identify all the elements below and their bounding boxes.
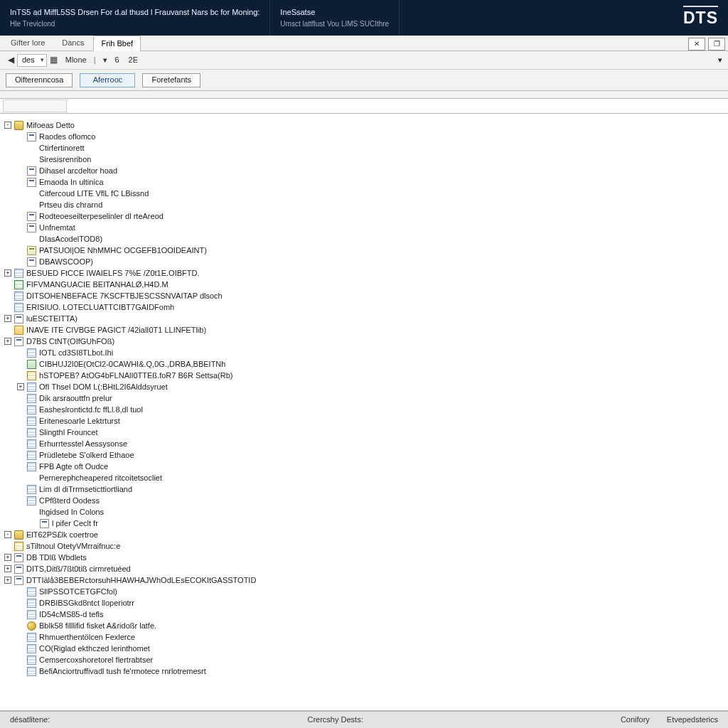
tree-node[interactable]: Siresisrenribon [4, 154, 725, 165]
title-left-top: InTS5 ad MiffL5SS Drsen For d.al thusd l… [10, 7, 259, 18]
status-mid: Crercshy Dests: [304, 714, 365, 725]
tree-node-label: FPB Agte oft Oudce [39, 461, 108, 472]
report-icon [14, 314, 23, 323]
tree-node[interactable]: IOTL cd3SI8TLbot.Ihi [4, 347, 725, 358]
tree-node[interactable]: DRBIBSGkd8ntct lloperiotrr [4, 597, 725, 609]
mdi-restore-button[interactable]: ❐ [708, 38, 725, 50]
tree-node[interactable]: FIFVMANGUACIE BEITANHALØ,H4D.M [4, 279, 725, 290]
tree-node[interactable]: +BESUED FtCCE IWAIELFS 7%E /Z0t1E.OIBFTD… [4, 267, 725, 279]
tree-node[interactable]: Slingthl Frouncet [4, 427, 725, 438]
collapse-icon[interactable]: - [4, 531, 11, 538]
tree-node-label: DB TDlß Wbdlets [26, 552, 87, 563]
expand-icon[interactable]: + [4, 315, 11, 322]
button-1[interactable]: Oifterenncosa [6, 73, 73, 87]
tree-node[interactable]: Ihgidsed In Colons [4, 506, 725, 518]
menu-tab-1[interactable]: Dancs [54, 35, 92, 50]
table-gold-icon [27, 371, 36, 380]
tree-node-label: Dihasel arcdeltor hoad [39, 166, 117, 176]
table-icon [27, 428, 36, 437]
tree-node[interactable]: l pifer Ceclt fr [4, 518, 725, 529]
tree-node[interactable]: Eritenesoarle Lektrturst [4, 415, 725, 427]
tree-node[interactable]: Easheslrontictd.fc ffLl.8,dl tuol [4, 404, 725, 415]
report-icon [27, 212, 36, 221]
tree-node[interactable]: -ElT62PS£lk coertroe [4, 529, 725, 540]
menu-tab-0[interactable]: Gifter lore [3, 35, 53, 50]
tree-node[interactable]: Dik arsraouttfn prelur [4, 392, 725, 404]
button-2[interactable]: Aferrooc [80, 73, 135, 87]
tree-node[interactable]: Bblk58 filllifid fisket A&ridoßr latfe. [4, 620, 725, 631]
tree-node[interactable]: DBAWSCOOP) [4, 256, 725, 267]
tree-node[interactable]: PATSUOl|OE NhMMHC OCGEFB1OOIDEAINT) [4, 245, 725, 256]
table-icon [14, 291, 23, 301]
expand-icon[interactable]: + [4, 269, 11, 277]
tree-node[interactable]: sTiltnoul OtetyVMrraifnuc:e [4, 540, 725, 552]
tree-node[interactable]: Erhurrtesstel Aessysonse [4, 438, 725, 449]
tree-node[interactable]: Raodes oflomco [4, 131, 725, 142]
report-icon [27, 178, 36, 187]
table-icon [27, 655, 36, 665]
tree-node[interactable]: CIBHUJ2I0E(OtCl2-0CAWHI&.Q,0G.,DRBA,BBEI… [4, 358, 725, 370]
expand-icon[interactable]: + [4, 554, 11, 561]
tree-node[interactable]: -Mifoeas Detto [4, 119, 725, 131]
table-icon [27, 485, 36, 494]
table-green-icon [14, 280, 23, 289]
tree-node[interactable]: hSTOPEB? AtOG4bFLNAlI0TTEß.foR7 B6R Sett… [4, 370, 725, 381]
tree-node[interactable]: SllPSSOTCETGFCfol) [4, 586, 725, 597]
tree-node[interactable]: Citfercoud LITE VflL fC LBissnd [4, 188, 725, 199]
zoom-caret-icon[interactable]: ▾ [103, 55, 107, 65]
tree-node[interactable]: Unfnemtat [4, 222, 725, 233]
collapse-icon[interactable]: - [4, 122, 11, 129]
tree-node[interactable]: BefiAnciortruffivadl tush fe'rmotece rnr… [4, 665, 725, 677]
tree-node[interactable]: Rodteoeseilterpeselinler dl rteAreod [4, 210, 725, 222]
tree-node[interactable]: CPfßterd Oodess [4, 495, 725, 506]
tree-node[interactable]: DIasAcodelTOD8) [4, 233, 725, 245]
tree-node-label: DTTIälå3BEBERctorsuhHHAWHAJWhOdLEsECOKIt… [26, 575, 256, 586]
expand-icon[interactable]: + [4, 565, 11, 572]
toolbar-overflow-icon[interactable]: ▾ [718, 55, 722, 65]
key-icon [27, 621, 36, 631]
nav-dropdown[interactable]: des [17, 54, 47, 67]
tree-node[interactable]: Prüdletebe S'olkerd Ethaoe [4, 449, 725, 461]
tree-node[interactable]: Pernerephcheapered ritcoitetsocliet [4, 472, 725, 483]
nav-prev-icon[interactable]: ◀ [6, 54, 16, 65]
tree-node[interactable]: Lim dl diTrrmseticttiortliand [4, 483, 725, 495]
tree-node[interactable]: +DTTIälå3BEBERctorsuhHHAWHAJWhOdLEsECOKI… [4, 574, 725, 586]
expand-icon[interactable]: + [17, 383, 24, 390]
button-3[interactable]: Foretefants [142, 73, 200, 87]
tree-node[interactable]: DITSOHENBEFACE 7KSCFTBJESCSSNVAITAP dlso… [4, 290, 725, 301]
tree-node[interactable]: Rhmuerthentölcen Fexlerce [4, 631, 725, 643]
object-tree-panel[interactable]: -Mifoeas DettoRaodes oflomcoCtirfertinor… [0, 114, 728, 711]
tree-node[interactable]: INAVE ITE CIVBGE PAGICT /42ialI0T1 LLINF… [4, 324, 725, 336]
title-left-sub: Hle Treviclond [10, 19, 259, 29]
menu-tab-2[interactable]: Frih Bbef [93, 36, 141, 51]
tree-node-label: Pernerephcheapered ritcoitetsocliet [39, 473, 162, 483]
grid-icon[interactable]: ▦ [48, 54, 60, 65]
tree-node[interactable]: ID54cMS85-d tefls [4, 609, 725, 620]
tree-node[interactable]: Emaoda In ultinica [4, 176, 725, 188]
tree-node[interactable]: Prtseu dis chrarnd [4, 199, 725, 210]
expand-icon[interactable]: + [4, 338, 11, 345]
brand-logo: DTS [673, 0, 728, 36]
tree-node-label: CIBHUJ2I0E(OtCl2-0CAWHI&.Q,0G.,DRBA,BBEI… [39, 359, 225, 370]
tree-node[interactable]: +luESCTEITTA) [4, 313, 725, 324]
tree-node[interactable]: FPB Agte oft Oudce [4, 461, 725, 472]
tree-node[interactable]: ERISIUO. LOTECLUATTCIBT7GAIDFomh [4, 301, 725, 313]
tree-node[interactable]: +DB TDlß Wbdlets [4, 552, 725, 563]
tree-node[interactable]: +OfI Thsel DOM L(:BHtL2I6Alddsyruet [4, 381, 725, 392]
mdi-close-button[interactable]: ✕ [688, 38, 705, 50]
script-icon [27, 246, 36, 255]
expand-icon[interactable]: + [4, 577, 11, 584]
tree-node[interactable]: +DITS,Ditß/7ßt0tiß cirmretuéed [4, 563, 725, 574]
title-bar: InTS5 ad MiffL5SS Drsen For d.al thusd l… [0, 0, 728, 36]
table-icon [27, 382, 36, 392]
filter-input[interactable] [3, 100, 67, 112]
table-icon [27, 496, 36, 505]
tree-node-label: PATSUOl|OE NhMMHC OCGEFB1OOIDEAINT) [39, 245, 207, 256]
tree-node[interactable]: Dihasel arcdeltor hoad [4, 165, 725, 176]
tree-node[interactable]: Cemsercoxshoretorel flertrabtser [4, 654, 725, 665]
tree-node[interactable]: CO(Riglad ekthczed lerinthomet [4, 643, 725, 654]
tree-node[interactable]: Ctirfertinorett [4, 142, 725, 154]
tree-node[interactable]: +D7BS CtNT(OIfGUhFOß) [4, 336, 725, 347]
title-left: InTS5 ad MiffL5SS Drsen For d.al thusd l… [0, 0, 270, 36]
table-icon [27, 451, 36, 460]
